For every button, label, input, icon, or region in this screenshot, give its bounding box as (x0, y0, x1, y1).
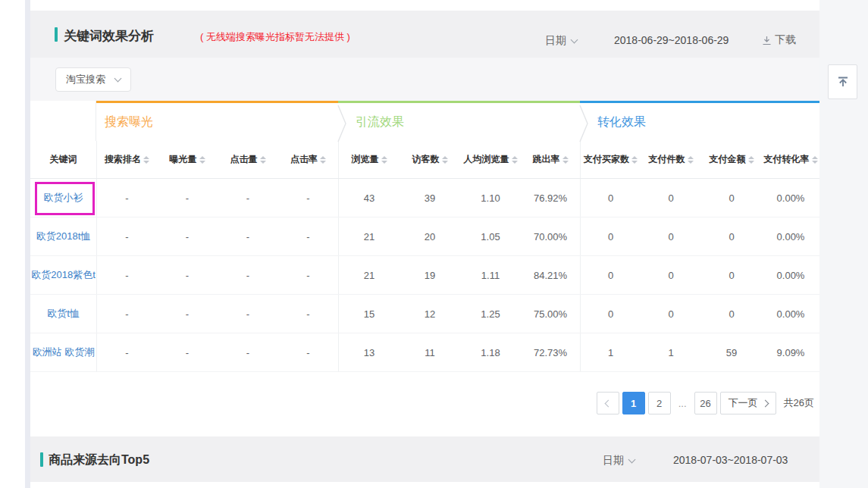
column-header-label: 人均浏览量 (464, 153, 509, 166)
pagination-total: 共26页 (784, 396, 814, 410)
sort-icon[interactable] (631, 156, 638, 164)
column-header[interactable]: 搜索排名 (96, 141, 157, 178)
pagination-next-button[interactable]: 下一页 (720, 392, 776, 414)
table-cell: 43 (338, 179, 400, 217)
date-dropdown[interactable]: 日期 (545, 34, 577, 48)
table-cell: 0.00% (762, 256, 819, 294)
table-cell: 1 (641, 333, 701, 371)
table-cell: - (157, 217, 218, 255)
download-button[interactable]: 下载 (762, 33, 796, 47)
table-cell: - (157, 179, 218, 217)
keyword-link[interactable]: 欧货2018紫色t (31, 268, 96, 282)
left-margin (0, 0, 25, 488)
table-cell: - (96, 295, 157, 333)
table-cell: - (96, 217, 157, 255)
next-label: 下一页 (729, 396, 758, 410)
column-header-label: 搜索排名 (105, 153, 141, 166)
table-cell: 0 (641, 295, 701, 333)
column-header[interactable]: 访客数 (400, 141, 460, 178)
download-label: 下载 (775, 33, 796, 47)
table-cell: 76.92% (521, 179, 580, 217)
sort-icon[interactable] (260, 156, 266, 164)
chevron-down-icon (571, 36, 578, 43)
sort-icon[interactable] (381, 156, 387, 164)
column-header-label: 浏览量 (352, 153, 379, 166)
table-cell: 39 (400, 179, 460, 217)
sort-icon[interactable] (143, 156, 149, 164)
table-cell: 84.21% (521, 256, 580, 294)
arrow-up-to-line-icon (836, 75, 850, 89)
column-header-label: 支付转化率 (764, 153, 810, 166)
column-header[interactable]: 点击率 (278, 141, 338, 178)
table-cell: 0 (580, 256, 641, 294)
pagination-prev-button[interactable] (597, 392, 619, 414)
column-header-row: 关键词 搜索排名曝光量点击量点击率浏览量访客数人均浏览量跳出率支付买家数支付件数… (30, 141, 819, 179)
group-label: 转化效果 (597, 114, 646, 130)
column-header[interactable]: 浏览量 (338, 141, 400, 178)
column-header[interactable]: 点击量 (218, 141, 278, 178)
column-header[interactable]: 支付件数 (641, 141, 701, 178)
table-cell: - (157, 333, 218, 371)
table-cell: 1.05 (460, 217, 521, 255)
table-cell: - (96, 179, 157, 217)
column-header[interactable]: 支付金额 (701, 141, 762, 178)
table-cell: - (278, 256, 338, 294)
pagination-page-26[interactable]: 26 (694, 392, 717, 414)
keyword-cell: 欧货2018紫色t (30, 256, 96, 294)
keyword-cell: 欧货2018t恤 (30, 217, 96, 255)
sort-icon[interactable] (562, 156, 569, 164)
table-cell: 0.00% (762, 179, 819, 217)
sort-icon[interactable] (748, 156, 754, 164)
column-header[interactable]: 人均浏览量 (460, 141, 521, 178)
sort-icon[interactable] (512, 156, 518, 164)
table-cell: 1.18 (460, 333, 521, 371)
pagination-page-2[interactable]: 2 (648, 392, 671, 414)
column-header[interactable]: 跳出率 (521, 141, 580, 178)
channel-select-value: 淘宝搜索 (66, 73, 105, 86)
sort-icon[interactable] (199, 156, 205, 164)
keyword-link[interactable]: 欧货小衫 (44, 191, 83, 205)
table-row: 欧货小衫----43391.1076.92%0000.00% (30, 179, 819, 217)
date-label: 日期 (545, 34, 566, 48)
table-cell: - (96, 333, 157, 371)
sort-icon[interactable] (688, 156, 694, 164)
date-dropdown[interactable]: 日期 (603, 454, 635, 468)
section-title: 商品来源去向Top5 (49, 452, 149, 468)
group-traffic-effect: 引流效果 (338, 101, 580, 141)
column-header-label: 支付买家数 (584, 153, 629, 166)
column-header[interactable]: 支付转化率 (762, 141, 819, 178)
table-cell: - (218, 333, 278, 371)
column-header-keyword: 关键词 (30, 141, 96, 178)
group-label: 搜索曝光 (105, 114, 153, 130)
table-cell: - (218, 217, 278, 255)
column-header[interactable]: 支付买家数 (580, 141, 641, 178)
table-cell: 21 (338, 217, 400, 255)
chevron-down-icon (114, 74, 122, 82)
table-cell: 0.00% (762, 217, 819, 255)
title-accent-bar (40, 452, 43, 467)
table-cell: 15 (338, 295, 400, 333)
column-header-label: 跳出率 (533, 153, 560, 166)
table-cell: 1.11 (460, 256, 521, 294)
product-source-header: 商品来源去向Top5 日期 2018-07-03~2018-07-03 (30, 436, 819, 482)
column-header[interactable]: 曝光量 (157, 141, 218, 178)
pagination-page-1[interactable]: 1 (622, 392, 645, 414)
keyword-link[interactable]: 欧洲站 欧货潮 (33, 346, 95, 359)
sort-icon[interactable] (442, 156, 448, 164)
table-cell: 1 (580, 333, 641, 371)
table-cell: - (157, 295, 218, 333)
keyword-cell: 欧洲站 欧货潮 (30, 333, 96, 371)
sort-icon[interactable] (320, 156, 326, 164)
pagination: 12...26下一页共26页 (597, 392, 814, 414)
section-title: 关键词效果分析 (64, 27, 154, 45)
table-cell: 75.00% (521, 295, 580, 333)
table-cell: 0 (580, 217, 641, 255)
back-to-top-button[interactable] (828, 64, 857, 99)
channel-select[interactable]: 淘宝搜索 (55, 67, 131, 92)
table-cell: - (218, 256, 278, 294)
table-cell: 0 (701, 179, 762, 217)
keyword-link[interactable]: 欧货2018t恤 (36, 230, 91, 243)
sort-icon[interactable] (812, 156, 818, 164)
chevron-left-icon (605, 399, 613, 407)
keyword-link[interactable]: 欧货t恤 (47, 307, 80, 321)
